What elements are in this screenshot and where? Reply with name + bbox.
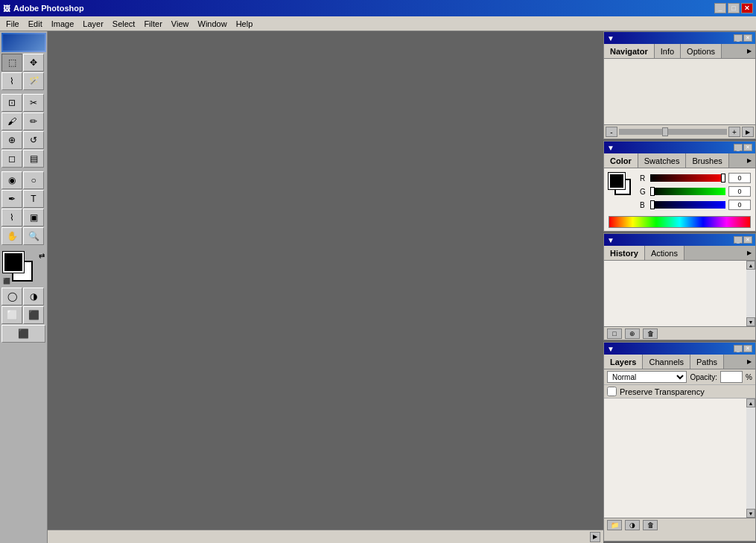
- standard-mode-btn[interactable]: ◯: [1, 288, 22, 305]
- tab-history[interactable]: History: [604, 246, 645, 260]
- marquee-tool[interactable]: ⬚: [1, 54, 22, 72]
- nav-expand[interactable]: ▶: [742, 127, 754, 137]
- g-value[interactable]: 0: [728, 186, 751, 197]
- menu-image[interactable]: Image: [47, 18, 79, 30]
- layers-scroll-track[interactable]: [746, 407, 755, 509]
- b-slider[interactable]: [650, 201, 725, 209]
- crop-tool[interactable]: ⊡: [1, 94, 22, 112]
- r-slider[interactable]: [650, 174, 725, 182]
- stamp-tool[interactable]: ⊕: [1, 131, 22, 149]
- tab-channels[interactable]: Channels: [643, 355, 690, 369]
- gradient-tool[interactable]: ▤: [23, 150, 44, 168]
- status-arrow[interactable]: ▶: [590, 532, 600, 542]
- dodge-tool[interactable]: ○: [23, 171, 44, 189]
- magic-wand-tool[interactable]: 🪄: [23, 72, 44, 90]
- foreground-color-box[interactable]: [3, 252, 24, 273]
- layers-panel-menu[interactable]: ▶: [743, 355, 755, 369]
- layers-close-btn[interactable]: ✕: [743, 345, 752, 352]
- default-colors-icon[interactable]: ⬛: [3, 278, 10, 285]
- fullscreen-btn[interactable]: ⬛: [23, 306, 44, 324]
- menu-filter[interactable]: Filter: [139, 18, 166, 30]
- quickmask-mode-btn[interactable]: ◑: [23, 288, 44, 305]
- tab-actions[interactable]: Actions: [645, 246, 684, 260]
- history-brush-tool[interactable]: ↺: [23, 131, 44, 149]
- close-button[interactable]: ✕: [741, 3, 753, 13]
- color-spectrum[interactable]: [609, 216, 751, 228]
- measure-tool[interactable]: ⌇: [1, 209, 22, 226]
- color-fg-swatch[interactable]: [609, 173, 625, 189]
- fullscreen-menu-btn[interactable]: ⬛: [1, 325, 45, 343]
- history-new-snapshot-btn[interactable]: □: [607, 328, 622, 339]
- history-panel-menu[interactable]: ▶: [743, 246, 755, 260]
- tab-brushes[interactable]: Brushes: [686, 153, 728, 168]
- history-scroll-track[interactable]: [746, 270, 755, 317]
- blend-mode-select[interactable]: Normal: [607, 371, 687, 383]
- slice-tool[interactable]: ✂: [23, 94, 44, 112]
- color-panel-menu[interactable]: ▶: [743, 153, 755, 168]
- layers-scroll-down[interactable]: ▼: [746, 509, 755, 518]
- navigator-panel-menu[interactable]: ▶: [743, 44, 755, 58]
- blur-tool[interactable]: ◉: [1, 171, 22, 189]
- history-scrollbar[interactable]: ▲ ▼: [746, 261, 755, 326]
- history-minimize-btn[interactable]: _: [734, 236, 743, 244]
- maximize-button[interactable]: □: [728, 3, 740, 13]
- pen-tool[interactable]: ✒: [1, 190, 22, 208]
- layers-new-set-btn[interactable]: 📁: [607, 520, 622, 530]
- lasso-tool[interactable]: ⌇: [1, 72, 22, 90]
- history-new-document-btn[interactable]: ⊕: [625, 328, 640, 339]
- menu-window[interactable]: Window: [194, 18, 232, 30]
- tab-color[interactable]: Color: [604, 153, 638, 168]
- layers-scrollbar[interactable]: ▲ ▼: [746, 398, 755, 518]
- menu-edit[interactable]: Edit: [24, 18, 47, 30]
- eraser-tool[interactable]: ◻: [1, 150, 22, 168]
- tab-layers[interactable]: Layers: [604, 355, 643, 369]
- menu-select[interactable]: Select: [108, 18, 140, 30]
- layers-minimize-btn[interactable]: _: [734, 345, 743, 352]
- move-tool[interactable]: ✥: [23, 54, 44, 72]
- status-bar: ▶: [48, 530, 603, 543]
- type-tool[interactable]: T: [23, 190, 44, 208]
- history-close-btn[interactable]: ✕: [743, 236, 752, 244]
- nav-zoom-out[interactable]: -: [606, 127, 617, 137]
- navigator-close-btn[interactable]: ✕: [743, 34, 752, 42]
- history-delete-btn[interactable]: 🗑: [643, 328, 658, 339]
- tab-paths[interactable]: Paths: [690, 355, 724, 369]
- layers-new-adjustment-btn[interactable]: ◑: [625, 520, 640, 530]
- b-value[interactable]: 0: [728, 200, 751, 210]
- preserve-transparency-checkbox[interactable]: [607, 387, 617, 396]
- opacity-input[interactable]: [720, 371, 743, 383]
- nav-zoom-slider[interactable]: [619, 129, 727, 135]
- r-value[interactable]: 0: [728, 173, 751, 183]
- tab-info[interactable]: Info: [655, 44, 681, 58]
- tab-navigator[interactable]: Navigator: [604, 44, 655, 58]
- hand-tool[interactable]: ✋: [1, 227, 22, 245]
- zoom-tool[interactable]: 🔍: [23, 227, 44, 245]
- layers-scroll-up[interactable]: ▲: [746, 398, 755, 407]
- g-slider[interactable]: [650, 188, 725, 195]
- swap-colors-icon[interactable]: ⇄: [39, 252, 45, 260]
- nav-zoom-in[interactable]: +: [728, 127, 740, 137]
- layers-delete-btn[interactable]: 🗑: [643, 520, 658, 530]
- brush-tool[interactable]: 🖌: [1, 112, 22, 130]
- color-minimize-btn[interactable]: _: [734, 144, 743, 151]
- history-scroll-up[interactable]: ▲: [746, 261, 755, 270]
- tab-swatches[interactable]: Swatches: [638, 153, 687, 168]
- menu-file[interactable]: File: [1, 18, 24, 30]
- tool-row-crop: ⊡ ✂: [1, 94, 45, 112]
- annotation-tool[interactable]: ▣: [23, 209, 44, 226]
- menu-view[interactable]: View: [167, 18, 194, 30]
- history-scroll-down[interactable]: ▼: [746, 317, 755, 326]
- g-label: G: [640, 188, 647, 196]
- pencil-tool[interactable]: ✏: [23, 112, 44, 130]
- menu-layer[interactable]: Layer: [78, 18, 108, 30]
- color-sliders: R 0 G 0: [640, 173, 751, 213]
- minimize-button[interactable]: _: [714, 3, 726, 13]
- navigator-content: [604, 59, 755, 124]
- tab-options[interactable]: Options: [681, 44, 722, 58]
- menu-help[interactable]: Help: [232, 18, 258, 30]
- standard-screen-btn[interactable]: ⬜: [1, 306, 22, 324]
- color-close-btn[interactable]: ✕: [743, 144, 752, 151]
- tool-row-path: ✒ T: [1, 190, 45, 208]
- navigator-minimize-btn[interactable]: _: [734, 34, 743, 42]
- tool-row-focus: ◉ ○: [1, 171, 45, 189]
